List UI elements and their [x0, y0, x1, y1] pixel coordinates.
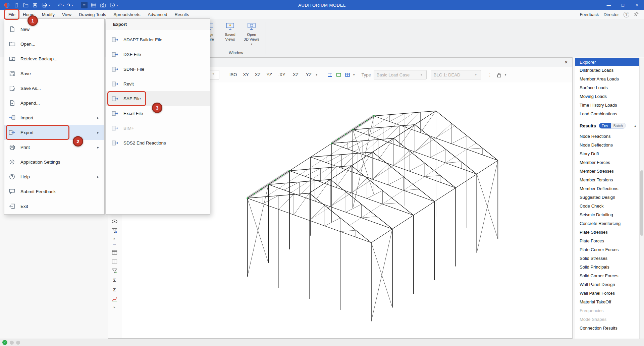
pin-icon[interactable]	[634, 12, 639, 17]
explorer-scrollbar-thumb[interactable]	[640, 170, 643, 236]
explorer-item[interactable]: Surface Loads	[575, 83, 639, 92]
save-icon[interactable]	[32, 2, 38, 8]
file-menu-import[interactable]: Import ▸	[4, 110, 104, 125]
explorer-item[interactable]: Plate Corner Forces	[575, 245, 639, 254]
explorer-item[interactable]: Solid Stresses	[575, 254, 639, 263]
file-menu-exit[interactable]: Exit	[4, 199, 104, 214]
batch-toggle-button[interactable]: Batch	[611, 123, 626, 128]
explorer-item[interactable]: Plate Stresses	[575, 228, 639, 237]
app-logo-icon[interactable]	[3, 2, 10, 8]
filter-results-icon[interactable]	[110, 267, 119, 275]
redo-icon[interactable]: ↷	[67, 3, 71, 7]
export-excel-file[interactable]: Excel File	[106, 106, 210, 121]
menu-home[interactable]: Home	[19, 10, 38, 19]
spreadsheet-icon[interactable]	[90, 2, 97, 8]
print-icon[interactable]	[41, 2, 48, 8]
close-button[interactable]: ×	[630, 0, 644, 10]
maximize-button[interactable]: □	[616, 0, 630, 10]
explorer-item[interactable]: Node Reactions	[575, 132, 639, 141]
export-sds2-end-reactions[interactable]: SDS2 End Reactions	[106, 135, 210, 150]
menu-toggle-icon[interactable]: ≡	[81, 2, 88, 8]
file-menu-append[interactable]: Append...	[4, 96, 104, 110]
menu-results[interactable]: Results	[171, 10, 193, 19]
explorer-item[interactable]: Load Combinations	[575, 110, 639, 118]
explorer-item[interactable]: Member Deflections	[575, 184, 639, 193]
explorer-item[interactable]: Time History Loads	[575, 101, 639, 110]
filter-view-icon[interactable]	[110, 227, 119, 235]
file-menu-new[interactable]: New	[4, 22, 104, 37]
minimize-button[interactable]: —	[602, 0, 616, 10]
info-icon[interactable]	[109, 2, 116, 8]
file-menu-retrieve-backup[interactable]: Retrieve Backup...	[4, 51, 104, 66]
explorer-item[interactable]: Code Check	[575, 202, 639, 211]
file-menu-open[interactable]: Open...	[4, 37, 104, 51]
export-sdnf-file[interactable]: SDNF File	[106, 62, 210, 76]
explorer-item[interactable]: Moving Loads	[575, 92, 639, 101]
open-3d-views-button[interactable]: Open 3D Views ▾	[240, 21, 263, 46]
view-neg-yz-button[interactable]: -YZ	[302, 70, 315, 79]
menu-spreadsheets[interactable]: Spreadsheets	[110, 10, 144, 19]
load-case-type-select[interactable]: Basic Load Case ▾	[374, 70, 427, 79]
explorer-item[interactable]: Member Stresses	[575, 167, 639, 176]
status-dot-icon[interactable]	[10, 341, 14, 345]
explorer-item[interactable]: Member Forces	[575, 158, 639, 167]
help-icon[interactable]: ?	[624, 12, 629, 17]
explorer-item[interactable]: Concrete Reinforcing	[575, 219, 639, 228]
camera-snapshot-icon[interactable]	[100, 2, 106, 8]
plate-render-icon[interactable]	[334, 70, 343, 79]
view-yz-button[interactable]: YZ	[263, 70, 275, 79]
explorer-item[interactable]: Wall Panel Design	[575, 280, 639, 289]
file-menu-save[interactable]: Save	[4, 66, 104, 81]
file-menu-print[interactable]: Print ▸	[4, 140, 104, 155]
saved-views-button[interactable]: Saved Views	[220, 21, 240, 42]
spreadsheet-tool-icon[interactable]	[110, 248, 119, 256]
undo-dropdown-caret-icon[interactable]: ▾	[63, 4, 64, 7]
sum-secondary-icon[interactable]: Σ	[110, 286, 119, 294]
export-adapt-builder-file[interactable]: ADAPT Builder File	[106, 32, 210, 47]
redo-dropdown-caret-icon[interactable]: ▾	[72, 4, 73, 7]
menu-view[interactable]: View	[58, 10, 75, 19]
explorer-item[interactable]: Suggested Design	[575, 193, 639, 202]
menu-modify[interactable]: Modify	[38, 10, 58, 19]
director-link[interactable]: Director	[603, 12, 619, 17]
explorer-item[interactable]: Story Drift	[575, 150, 639, 158]
view-neg-xy-button[interactable]: -XY	[275, 70, 288, 79]
undo-icon[interactable]: ↶	[58, 3, 62, 7]
toolbar-options-caret-icon[interactable]: ▾	[117, 4, 118, 7]
menu-file[interactable]: File	[5, 10, 19, 19]
expand-arrow-icon[interactable]: ▸	[110, 236, 119, 241]
file-menu-submit-feedback[interactable]: Submit Feedback	[4, 184, 104, 199]
explorer-scrollbar-track[interactable]	[639, 58, 644, 339]
menu-drawing-tools[interactable]: Drawing Tools	[75, 10, 110, 19]
view-xz-button[interactable]: XZ	[252, 70, 264, 79]
export-dxf-file[interactable]: DXF File	[106, 47, 210, 62]
explorer-item[interactable]: Solid Principals	[575, 263, 639, 272]
explorer-item[interactable]: Solid Corner Forces	[575, 272, 639, 280]
render-dropdown-caret-icon[interactable]: ▾	[353, 73, 355, 76]
file-menu-application-settings[interactable]: Application Settings	[4, 155, 104, 169]
explorer-item[interactable]: Node Deflections	[575, 141, 639, 150]
file-menu-help[interactable]: Help ▸	[4, 169, 104, 184]
views-dropdown-caret-icon[interactable]: ▾	[316, 73, 318, 76]
file-menu-export[interactable]: Export ▸	[4, 125, 104, 140]
explorer-item[interactable]: Material TakeOff	[575, 298, 639, 306]
explorer-item[interactable]: Seismic Detailing	[575, 211, 639, 219]
file-menu-save-as[interactable]: Save As...	[4, 81, 104, 96]
new-file-icon[interactable]	[13, 2, 19, 8]
menu-advanced[interactable]: Advanced	[144, 10, 171, 19]
lock-dropdown-caret-icon[interactable]: ▾	[505, 73, 506, 76]
explorer-item[interactable]: Member Area Loads	[575, 75, 639, 83]
export-saf-file[interactable]: SAF File	[106, 91, 210, 106]
explorer-item[interactable]: Plate Forces	[575, 237, 639, 245]
print-dropdown-caret-icon[interactable]: ▾	[49, 4, 50, 7]
results-collapse-chevron-icon[interactable]: ▴	[634, 124, 636, 127]
view-close-icon[interactable]: ×	[562, 59, 570, 66]
view-neg-xz-button[interactable]: -XZ	[288, 70, 302, 79]
explorer-item[interactable]: Connection Results	[575, 324, 639, 333]
explorer-item[interactable]: Wall Panel Forces	[575, 289, 639, 298]
explorer-item[interactable]: Distributed Loads	[575, 66, 639, 75]
env-toggle-button[interactable]: Env	[599, 123, 611, 128]
status-dot-icon[interactable]	[16, 341, 20, 345]
expand-arrow2-icon[interactable]: ▸	[110, 304, 119, 309]
explorer-item[interactable]: Member Torsions	[575, 176, 639, 184]
